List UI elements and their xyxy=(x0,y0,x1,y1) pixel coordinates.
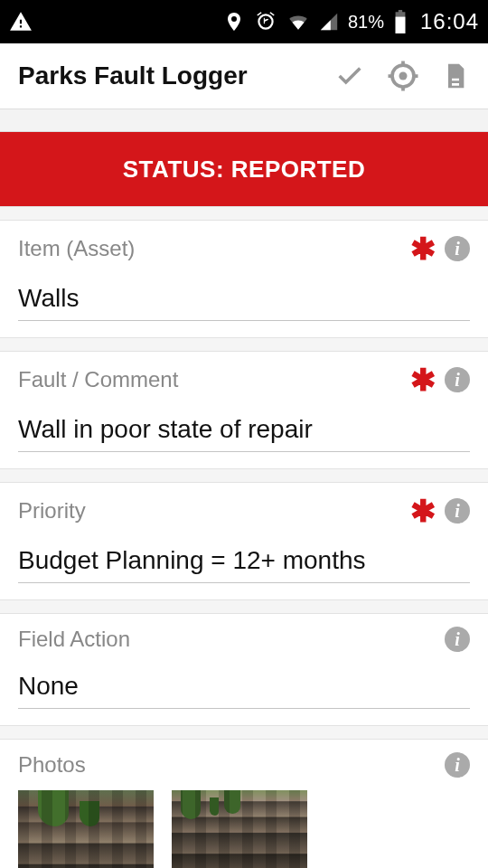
field-label: Item (Asset) xyxy=(18,236,410,261)
field-asset[interactable]: Item (Asset) ✱ i Walls xyxy=(0,221,488,337)
photos-row xyxy=(0,790,488,868)
locate-button[interactable] xyxy=(387,60,419,92)
app-bar: Parks Fault Logger xyxy=(0,43,488,108)
svg-point-1 xyxy=(399,72,408,80)
divider xyxy=(0,206,488,221)
asset-input[interactable]: Walls xyxy=(18,284,470,321)
divider xyxy=(0,725,488,740)
required-asterisk-icon: ✱ xyxy=(410,495,436,526)
photo-thumbnail[interactable] xyxy=(172,790,307,868)
document-button[interactable] xyxy=(441,61,470,90)
field-action[interactable]: Field Action i None xyxy=(0,614,488,725)
info-icon[interactable]: i xyxy=(445,236,470,261)
divider xyxy=(0,599,488,614)
info-icon[interactable]: i xyxy=(445,627,470,652)
info-icon[interactable]: i xyxy=(445,498,470,524)
signal-icon xyxy=(319,12,339,32)
photo-thumbnail[interactable] xyxy=(18,790,154,868)
field-label: Fault / Comment xyxy=(18,367,410,392)
fault-input[interactable]: Wall in poor state of repair xyxy=(18,415,470,452)
field-label: Priority xyxy=(18,498,410,524)
confirm-button[interactable] xyxy=(334,61,365,91)
field-photos: Photos i xyxy=(0,740,488,783)
wifi-icon xyxy=(286,10,310,33)
status-banner: STATUS: REPORTED xyxy=(0,132,488,206)
divider xyxy=(0,468,488,483)
app-title: Parks Fault Logger xyxy=(18,61,313,90)
field-label: Field Action xyxy=(18,627,445,652)
location-icon xyxy=(223,11,245,33)
spacer xyxy=(0,108,488,132)
battery-icon xyxy=(393,10,408,33)
required-asterisk-icon: ✱ xyxy=(410,364,436,395)
priority-input[interactable]: Budget Planning = 12+ months xyxy=(18,546,470,583)
warning-icon xyxy=(9,10,33,33)
required-asterisk-icon: ✱ xyxy=(410,233,436,264)
clock-text: 16:04 xyxy=(420,9,479,34)
status-text: STATUS: REPORTED xyxy=(123,156,365,184)
battery-text: 81% xyxy=(348,12,384,33)
action-input[interactable]: None xyxy=(18,672,470,709)
android-status-bar: 81% 16:04 xyxy=(0,0,488,43)
alarm-icon xyxy=(254,10,277,33)
field-priority[interactable]: Priority ✱ i Budget Planning = 12+ month… xyxy=(0,483,488,599)
field-label: Photos xyxy=(18,752,445,778)
divider xyxy=(0,337,488,352)
field-fault[interactable]: Fault / Comment ✱ i Wall in poor state o… xyxy=(0,352,488,468)
info-icon[interactable]: i xyxy=(445,752,470,778)
info-icon[interactable]: i xyxy=(445,367,470,392)
